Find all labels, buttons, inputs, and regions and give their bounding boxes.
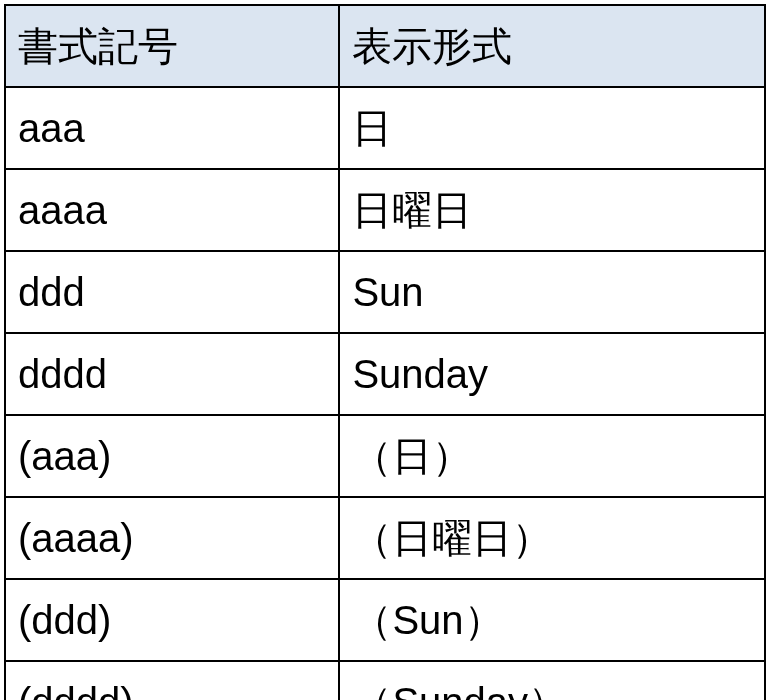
cell-format: (dddd) [5, 661, 339, 700]
table-row: aaaa 日曜日 [5, 169, 765, 251]
table-row: (dddd) （Sunday） [5, 661, 765, 700]
cell-format: aaaa [5, 169, 339, 251]
table-row: ddd Sun [5, 251, 765, 333]
table-row: dddd Sunday [5, 333, 765, 415]
table-row: (aaaa) （日曜日） [5, 497, 765, 579]
cell-format: (aaaa) [5, 497, 339, 579]
cell-display: 日 [339, 87, 765, 169]
cell-format: (aaa) [5, 415, 339, 497]
format-table: 書式記号 表示形式 aaa 日 aaaa 日曜日 ddd Sun dddd Su… [4, 4, 766, 700]
cell-format: aaa [5, 87, 339, 169]
header-display-format: 表示形式 [339, 5, 765, 87]
table-header-row: 書式記号 表示形式 [5, 5, 765, 87]
cell-display: Sun [339, 251, 765, 333]
cell-display: 日曜日 [339, 169, 765, 251]
cell-display: （Sun） [339, 579, 765, 661]
cell-format: dddd [5, 333, 339, 415]
table-row: aaa 日 [5, 87, 765, 169]
table-row: (ddd) （Sun） [5, 579, 765, 661]
header-format-code: 書式記号 [5, 5, 339, 87]
cell-display: （Sunday） [339, 661, 765, 700]
cell-display: （日曜日） [339, 497, 765, 579]
cell-display: Sunday [339, 333, 765, 415]
table-row: (aaa) （日） [5, 415, 765, 497]
cell-display: （日） [339, 415, 765, 497]
cell-format: ddd [5, 251, 339, 333]
cell-format: (ddd) [5, 579, 339, 661]
